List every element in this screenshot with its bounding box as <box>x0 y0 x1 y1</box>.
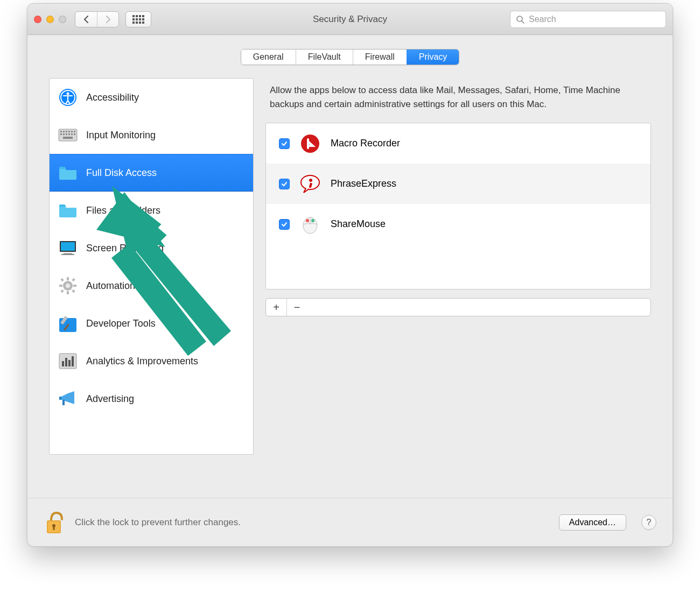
svg-rect-38 <box>65 358 67 366</box>
svg-rect-7 <box>63 131 65 132</box>
app-row[interactable]: ShareMouse <box>266 204 650 244</box>
app-name: Macro Recorder <box>331 138 400 149</box>
svg-rect-41 <box>59 397 61 400</box>
sidebar-item-full-disk-access[interactable]: Full Disk Access <box>50 154 253 192</box>
chevron-right-icon <box>105 16 111 23</box>
svg-rect-17 <box>74 133 75 135</box>
svg-rect-11 <box>74 131 75 132</box>
chart-icon <box>58 351 78 371</box>
sidebar-item-label: Analytics & Improvements <box>86 356 198 367</box>
svg-rect-36 <box>59 354 76 369</box>
tab-label: General <box>253 52 284 62</box>
svg-rect-16 <box>71 133 73 135</box>
show-all-button[interactable] <box>125 11 151 27</box>
sidebar-item-developer-tools[interactable]: Developer Tools <box>50 305 253 342</box>
close-window-button[interactable] <box>34 16 41 23</box>
footer: Click the lock to prevent further change… <box>27 498 673 546</box>
sidebar-item-advertising[interactable]: Advertising <box>50 380 253 418</box>
folder-icon <box>58 201 78 220</box>
svg-rect-42 <box>62 400 65 405</box>
tab-general[interactable]: General <box>241 50 296 65</box>
minimize-window-button[interactable] <box>46 16 54 23</box>
forward-button[interactable] <box>97 12 118 27</box>
zoom-window-button[interactable] <box>59 16 66 23</box>
app-checkbox[interactable] <box>279 138 290 149</box>
advanced-button[interactable]: Advanced… <box>559 514 626 531</box>
svg-rect-18 <box>63 137 73 139</box>
sidebar-item-label: Screen Recording <box>86 243 164 254</box>
svg-rect-15 <box>68 133 70 135</box>
svg-rect-13 <box>63 133 65 135</box>
tab-label: Privacy <box>419 52 447 62</box>
svg-rect-27 <box>59 285 62 287</box>
sidebar-item-label: Accessibility <box>86 92 139 103</box>
back-button[interactable] <box>75 12 97 27</box>
unlocked-lock-icon <box>44 510 67 535</box>
checkmark-icon <box>281 140 288 147</box>
sidebar-item-accessibility[interactable]: Accessibility <box>50 79 253 116</box>
panel-description: Allow the apps below to access data like… <box>265 78 651 123</box>
search-field[interactable] <box>510 11 666 28</box>
add-app-button[interactable]: + <box>266 299 286 316</box>
svg-rect-6 <box>60 131 62 132</box>
svg-rect-25 <box>67 277 69 280</box>
svg-rect-40 <box>72 356 74 366</box>
sidebar-item-input-monitoring[interactable]: Input Monitoring <box>50 116 253 154</box>
sidebar-item-label: Files and Folders <box>86 205 160 216</box>
svg-point-49 <box>306 219 309 222</box>
svg-rect-32 <box>60 290 64 293</box>
tab-group: General FileVault Firewall Privacy <box>241 49 460 65</box>
phraseexpress-icon <box>299 173 321 195</box>
app-row[interactable]: Macro Recorder <box>266 123 650 164</box>
macro-recorder-icon <box>299 133 321 154</box>
svg-rect-20 <box>61 242 75 251</box>
hammer-icon <box>58 314 78 333</box>
svg-rect-21 <box>64 253 72 254</box>
svg-rect-14 <box>66 133 67 135</box>
svg-rect-10 <box>71 131 73 132</box>
sidebar-item-analytics[interactable]: Analytics & Improvements <box>50 342 253 380</box>
keyboard-icon <box>58 125 78 145</box>
svg-point-45 <box>309 179 312 182</box>
app-row[interactable]: PhraseExpress <box>266 164 650 204</box>
plus-icon: + <box>273 301 279 314</box>
chevron-left-icon <box>83 16 89 23</box>
window-controls <box>34 16 66 23</box>
svg-rect-29 <box>60 278 64 281</box>
tab-privacy[interactable]: Privacy <box>407 50 459 65</box>
sharemouse-icon <box>299 214 321 235</box>
app-name: ShareMouse <box>331 218 386 230</box>
tab-firewall[interactable]: Firewall <box>353 50 407 65</box>
sidebar-item-label: Automation <box>86 280 135 292</box>
search-icon <box>516 15 524 24</box>
content-area: Accessibility Input Monitoring Full Disk… <box>27 78 673 455</box>
folder-icon <box>58 163 78 182</box>
app-checkbox[interactable] <box>279 219 290 230</box>
svg-rect-31 <box>72 278 75 281</box>
sidebar-item-files-folders[interactable]: Files and Folders <box>50 192 253 229</box>
lock-button[interactable] <box>44 510 67 535</box>
checkmark-icon <box>281 221 288 228</box>
preferences-window: Security & Privacy General FileVault Fir… <box>27 3 673 547</box>
detail-panel: Allow the apps below to access data like… <box>265 78 651 455</box>
svg-rect-22 <box>61 254 74 255</box>
app-checkbox[interactable] <box>279 179 290 189</box>
grid-icon <box>132 15 144 24</box>
remove-app-button[interactable]: − <box>286 299 307 316</box>
gear-icon <box>58 276 78 295</box>
app-name: PhraseExpress <box>331 178 396 189</box>
privacy-category-list: Accessibility Input Monitoring Full Disk… <box>49 78 254 455</box>
tab-label: FileVault <box>308 52 341 62</box>
sidebar-item-automation[interactable]: Automation <box>50 267 253 305</box>
sidebar-item-screen-recording[interactable]: Screen Recording <box>50 229 253 267</box>
help-button[interactable]: ? <box>641 515 656 530</box>
tab-label: Firewall <box>365 52 395 62</box>
svg-rect-59 <box>53 526 55 530</box>
search-input[interactable] <box>529 15 660 24</box>
sidebar-item-label: Advertising <box>86 393 134 405</box>
app-access-list: Macro Recorder PhraseExpress <box>265 123 651 290</box>
svg-point-50 <box>311 219 314 222</box>
sidebar-item-label: Full Disk Access <box>86 167 157 179</box>
tab-filevault[interactable]: FileVault <box>296 50 353 65</box>
svg-rect-12 <box>60 133 62 135</box>
